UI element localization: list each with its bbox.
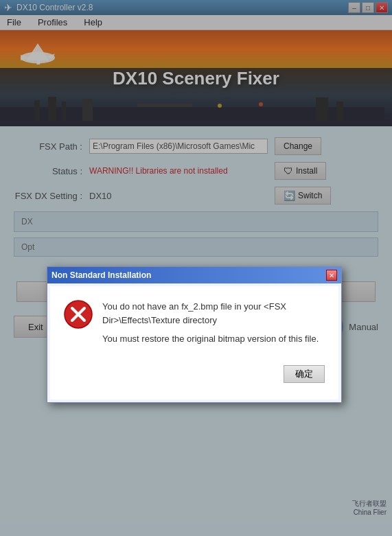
modal-body: You do not have an fx_2.bmp file in your…: [64, 300, 325, 351]
modal-title-bar: Non Standard Installation ✕: [47, 267, 341, 283]
modal-ok-button[interactable]: 确定: [284, 365, 325, 383]
modal-message-line1: You do not have an fx_2.bmp file in your…: [102, 300, 325, 327]
modal-message-line2: You must restore the original bitmap ver…: [102, 332, 325, 346]
modal-message: You do not have an fx_2.bmp file in your…: [102, 300, 325, 351]
modal-content: You do not have an fx_2.bmp file in your…: [50, 286, 338, 399]
modal-close-button[interactable]: ✕: [326, 270, 337, 281]
modal-title: Non Standard Installation: [51, 270, 151, 280]
modal-overlay: Non Standard Installation ✕ You do not h…: [0, 0, 392, 536]
modal-error-icon: [64, 300, 93, 331]
modal-dialog: Non Standard Installation ✕ You do not h…: [47, 266, 342, 403]
modal-footer: 确定: [64, 362, 325, 386]
